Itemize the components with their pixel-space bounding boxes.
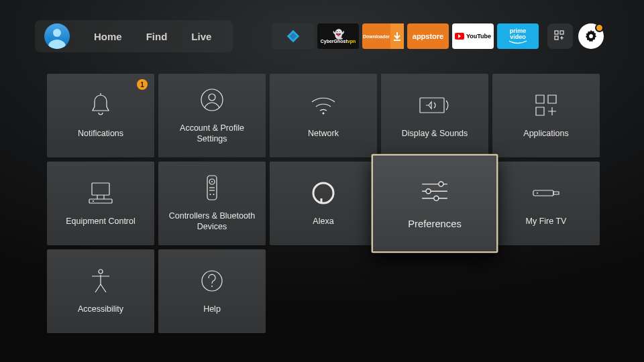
svg-point-31 bbox=[434, 196, 439, 200]
tile-label: Accessibility bbox=[71, 300, 130, 322]
tile-label: Network bbox=[301, 125, 345, 146]
settings-screen: Home Find Live 👻 CyberGhostvpn Downloade… bbox=[0, 0, 644, 362]
svg-point-17 bbox=[93, 200, 94, 202]
kodi-icon bbox=[286, 29, 301, 44]
user-circle-icon bbox=[158, 80, 266, 119]
notifications-badge: 1 bbox=[137, 79, 148, 90]
nav-cluster: Home Find Live bbox=[35, 20, 233, 52]
svg-point-35 bbox=[99, 269, 103, 274]
equipment-icon bbox=[47, 174, 154, 213]
apps-grid-plus-icon bbox=[553, 29, 567, 43]
tile-alexa[interactable]: Alexa bbox=[270, 162, 377, 245]
tile-preferences[interactable]: Preferences bbox=[372, 154, 498, 253]
svg-point-24 bbox=[213, 194, 215, 195]
help-icon bbox=[158, 261, 266, 300]
svg-point-8 bbox=[323, 112, 325, 114]
app-youtube[interactable]: YouTube bbox=[452, 23, 494, 49]
tile-controllers[interactable]: Controllers & Bluetooth Devices bbox=[158, 162, 266, 245]
sliders-icon bbox=[372, 168, 498, 214]
nav-live[interactable]: Live bbox=[191, 31, 211, 42]
svg-point-7 bbox=[209, 94, 215, 101]
app-shortcut-row: 👻 CyberGhostvpn Downloader appstore YouT… bbox=[272, 23, 604, 49]
svg-point-29 bbox=[426, 188, 431, 193]
nav-home[interactable]: Home bbox=[94, 31, 122, 42]
tile-network[interactable]: Network bbox=[270, 74, 377, 158]
svg-point-37 bbox=[211, 286, 213, 287]
tile-my-fire-tv[interactable]: My Fire TV bbox=[492, 162, 600, 245]
top-bar: Home Find Live 👻 CyberGhostvpn Downloade… bbox=[35, 20, 604, 52]
settings-grid: 1 Notifications Account & Profile Settin… bbox=[47, 74, 600, 333]
video-label: video bbox=[510, 34, 526, 40]
wifi-icon bbox=[270, 86, 377, 125]
tile-equipment-control[interactable]: Equipment Control bbox=[47, 162, 154, 245]
alexa-icon bbox=[270, 174, 377, 213]
svg-rect-0 bbox=[555, 31, 558, 34]
all-apps-button[interactable] bbox=[547, 23, 573, 49]
svg-rect-32 bbox=[533, 190, 553, 196]
youtube-play-icon bbox=[455, 33, 464, 40]
app-cyberghost[interactable]: 👻 CyberGhostvpn bbox=[317, 23, 359, 49]
app-kodi[interactable] bbox=[272, 23, 314, 49]
ghost-icon: 👻 bbox=[333, 29, 344, 39]
tile-label: Account & Profile Settings bbox=[158, 119, 266, 151]
tile-label: Help bbox=[197, 300, 227, 322]
settings-gear-button[interactable] bbox=[578, 23, 604, 49]
firetv-stick-icon bbox=[492, 174, 600, 213]
app-prime-video[interactable]: prime video bbox=[497, 23, 539, 49]
remote-icon bbox=[158, 168, 266, 207]
prime-smile-icon bbox=[508, 40, 527, 44]
svg-point-25 bbox=[313, 183, 333, 203]
settings-notification-dot bbox=[595, 23, 604, 32]
downloader-label: Downloader bbox=[362, 23, 390, 49]
top-right-cluster bbox=[547, 23, 604, 49]
tile-label: Preferences bbox=[400, 214, 469, 239]
tile-accessibility[interactable]: Accessibility bbox=[47, 249, 154, 333]
tile-applications[interactable]: Applications bbox=[492, 74, 600, 158]
accessibility-icon bbox=[47, 261, 154, 300]
svg-rect-10 bbox=[536, 95, 544, 103]
apps-plus-icon bbox=[492, 86, 600, 125]
svg-rect-2 bbox=[555, 36, 558, 40]
svg-rect-33 bbox=[553, 192, 559, 194]
svg-rect-1 bbox=[560, 31, 564, 34]
svg-point-23 bbox=[210, 194, 211, 195]
display-sound-icon bbox=[381, 86, 488, 125]
svg-point-36 bbox=[202, 271, 222, 291]
tile-label: Applications bbox=[517, 125, 575, 146]
tile-label: Display & Sounds bbox=[395, 125, 475, 146]
svg-point-34 bbox=[537, 192, 538, 194]
tile-label: Notifications bbox=[71, 125, 130, 146]
svg-rect-11 bbox=[548, 95, 556, 103]
bell-icon bbox=[47, 86, 154, 125]
tile-label: My Fire TV bbox=[519, 213, 574, 234]
svg-point-4 bbox=[589, 34, 593, 38]
svg-rect-13 bbox=[92, 183, 109, 195]
svg-rect-9 bbox=[420, 98, 444, 113]
tile-label: Alexa bbox=[306, 213, 340, 234]
app-downloader[interactable]: Downloader bbox=[362, 23, 404, 49]
cyberghost-label: CyberGhostvpn bbox=[321, 39, 356, 44]
tile-account[interactable]: Account & Profile Settings bbox=[158, 74, 266, 158]
svg-point-20 bbox=[211, 181, 213, 182]
tile-display-sounds[interactable]: Display & Sounds bbox=[381, 74, 488, 158]
tile-label: Equipment Control bbox=[59, 213, 142, 234]
tile-notifications[interactable]: 1 Notifications bbox=[47, 74, 154, 158]
nav-find[interactable]: Find bbox=[146, 31, 168, 42]
app-appstore[interactable]: appstore bbox=[407, 23, 449, 49]
tile-help[interactable]: Help bbox=[158, 249, 266, 333]
youtube-label: YouTube bbox=[466, 33, 491, 40]
profile-avatar[interactable] bbox=[44, 23, 70, 49]
svg-point-27 bbox=[439, 182, 443, 186]
tile-label: Controllers & Bluetooth Devices bbox=[158, 207, 266, 239]
download-arrow-icon bbox=[390, 23, 404, 49]
svg-rect-12 bbox=[536, 107, 544, 115]
